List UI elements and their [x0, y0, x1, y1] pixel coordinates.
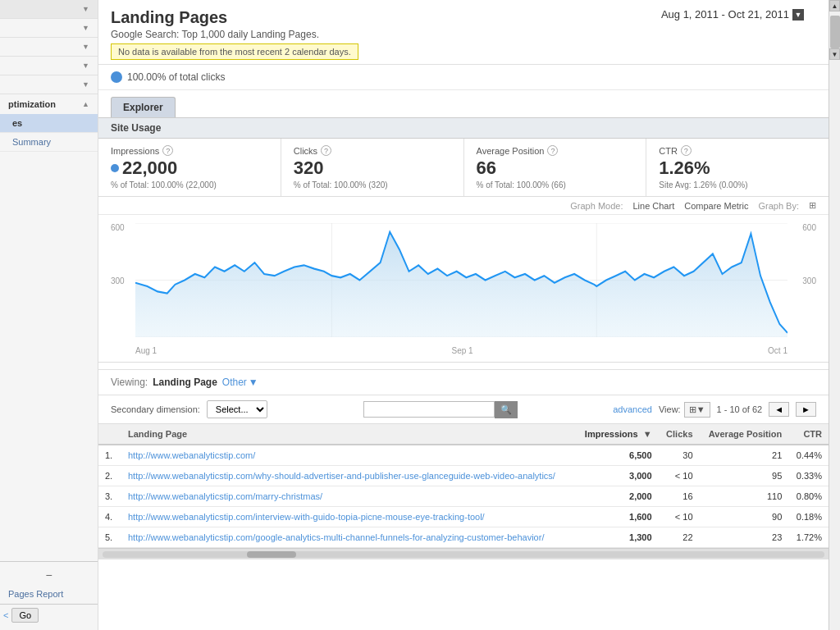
landing-page-link-2[interactable]: http://www.webanalyticstip.com/marry-chr…: [128, 491, 322, 501]
graph-by-icon[interactable]: ⊞: [809, 200, 816, 211]
table-row: 2. http://www.webanalyticstip.com/why-sh…: [98, 466, 829, 486]
row-ctr-0: 0.44%: [788, 445, 829, 466]
x-label-2: Oct 1: [768, 346, 788, 355]
percent-text: 100.00% of total clicks: [127, 71, 225, 83]
graph-mode-label: Graph Mode:: [570, 201, 623, 211]
advanced-link[interactable]: advanced: [613, 404, 652, 414]
metric-cell-3: CTR ? 1.26% Site Avg: 1.26% (0.00%): [646, 139, 829, 196]
landing-page-link-0[interactable]: http://www.webanalyticstip.com/: [128, 450, 255, 460]
row-url-3[interactable]: http://www.webanalyticstip.com/interview…: [121, 507, 576, 527]
scrollbar-down-btn[interactable]: ▼: [829, 48, 840, 60]
table-row: 1. http://www.webanalyticstip.com/ 6,500…: [98, 445, 829, 466]
landing-page-link-1[interactable]: http://www.webanalyticstip.com/why-shoul…: [128, 471, 555, 481]
chevron-up-icon: ▲: [82, 100, 89, 108]
metric-sub-2: % of Total: 100.00% (66): [477, 180, 634, 189]
main-scrollbar[interactable]: ▲ ▼: [829, 0, 840, 630]
sidebar-bottom-nav: < Go: [0, 604, 98, 626]
row-ctr-3: 0.18%: [788, 507, 829, 527]
sidebar-optimization-label: ptimization: [8, 99, 56, 109]
col-clicks[interactable]: Clicks: [659, 424, 700, 445]
sidebar-item-5[interactable]: ▼: [0, 75, 98, 94]
metric-cell-1: Clicks ? 320 % of Total: 100.00% (320): [281, 139, 464, 196]
x-label-1: Sep 1: [452, 346, 473, 355]
landing-page-link-3[interactable]: http://www.webanalyticstip.com/interview…: [128, 512, 485, 522]
page-subtitle: Google Search: Top 1,000 daily Landing P…: [111, 29, 816, 40]
secondary-dim-select[interactable]: Select...: [207, 400, 267, 418]
y-right-mid: 300: [802, 276, 816, 285]
bottom-scrollbar[interactable]: [98, 548, 829, 559]
metrics-row: Impressions ? 22,000 % of Total: 100.00%…: [98, 139, 829, 197]
table-row: 5. http://www.webanalyticstip.com/google…: [98, 527, 829, 548]
sidebar-pages-report[interactable]: Pages Report: [0, 584, 98, 604]
prev-page-btn[interactable]: ◄: [769, 402, 789, 417]
go-button[interactable]: Go: [11, 608, 39, 623]
row-ctr-2: 0.80%: [788, 486, 829, 507]
data-table: Landing Page Impressions ▼ Clicks Averag…: [98, 424, 829, 548]
table-header-row: Landing Page Impressions ▼ Clicks Averag…: [98, 424, 829, 445]
graph-mode-value[interactable]: Line Chart: [632, 201, 674, 211]
site-usage-header: Site Usage: [98, 118, 829, 139]
landing-page-link-4[interactable]: http://www.webanalyticstip.com/google-an…: [128, 532, 544, 542]
warning-banner: No data is available from the most recen…: [111, 43, 358, 60]
chart-area: 600 300: [98, 215, 829, 363]
search-button[interactable]: 🔍: [495, 401, 518, 418]
row-impressions-0: 6,500: [576, 445, 659, 466]
scrollbar-up-btn[interactable]: ▲: [829, 0, 840, 11]
sidebar-item-2[interactable]: ▼: [0, 19, 98, 38]
collapse-icon[interactable]: −: [45, 568, 52, 582]
col-landing-page[interactable]: Landing Page: [121, 424, 576, 445]
nav-left-icon[interactable]: <: [3, 610, 8, 620]
row-impressions-4: 1,300: [576, 527, 659, 548]
metric-value-1: 320: [294, 158, 451, 179]
col-avg-pos[interactable]: Average Position: [700, 424, 789, 445]
metric-sub-0: % of Total: 100.00% (22,000): [111, 180, 268, 189]
row-ctr-4: 1.72%: [788, 527, 829, 548]
date-range[interactable]: Aug 1, 2011 - Oct 21, 2011 ▼: [661, 8, 804, 21]
row-url-0[interactable]: http://www.webanalyticstip.com/: [121, 445, 576, 466]
row-url-1[interactable]: http://www.webanalyticstip.com/why-shoul…: [121, 466, 576, 486]
scrollbar-thumb-v[interactable]: [830, 16, 840, 48]
sidebar-item-4[interactable]: ▼: [0, 57, 98, 75]
view-grid-btn[interactable]: ⊞ ▼: [684, 402, 710, 418]
row-impressions-2: 2,000: [576, 486, 659, 507]
scrollbar-track[interactable]: [103, 551, 824, 558]
x-label-0: Aug 1: [135, 346, 157, 355]
sidebar-item-3[interactable]: ▼: [0, 38, 98, 57]
row-ctr-1: 0.33%: [788, 466, 829, 486]
row-clicks-2: 16: [659, 486, 700, 507]
viewing-label: Viewing:: [111, 377, 148, 388]
row-avgpos-4: 23: [700, 527, 789, 548]
tab-other[interactable]: Other ▼: [222, 377, 258, 388]
date-range-dropdown[interactable]: ▼: [792, 9, 804, 21]
row-url-2[interactable]: http://www.webanalyticstip.com/marry-chr…: [121, 486, 576, 507]
metric-help-icon-2[interactable]: ?: [547, 145, 558, 156]
metric-help-icon-1[interactable]: ?: [321, 145, 331, 156]
scrollbar-thumb[interactable]: [247, 551, 296, 558]
sidebar-item-1[interactable]: ▼: [0, 0, 98, 19]
tab-landing-page[interactable]: Landing Page: [153, 377, 217, 388]
search-box-wrap: 🔍: [274, 401, 606, 418]
graph-controls: Graph Mode: Line Chart Compare Metric Gr…: [98, 197, 829, 215]
row-avgpos-3: 90: [700, 507, 789, 527]
row-url-4[interactable]: http://www.webanalyticstip.com/google-an…: [121, 527, 576, 548]
sidebar-landing-pages[interactable]: es: [0, 114, 98, 133]
col-ctr[interactable]: CTR: [788, 424, 829, 445]
grid-icon: ⊞: [689, 404, 696, 415]
metric-help-icon-3[interactable]: ?: [681, 145, 692, 156]
next-page-btn[interactable]: ►: [796, 402, 816, 417]
chart-y-labels: 600 300: [111, 223, 125, 329]
tab-explorer[interactable]: Explorer: [111, 97, 176, 117]
metric-help-icon-0[interactable]: ?: [162, 145, 173, 156]
sidebar-summary[interactable]: Summary: [0, 133, 98, 152]
search-input[interactable]: [363, 401, 495, 418]
sidebar-optimization[interactable]: ptimization ▲: [0, 94, 98, 114]
row-num-0: 1.: [98, 445, 121, 466]
y-right-top: 600: [802, 223, 816, 232]
main-header: Landing Pages Google Search: Top 1,000 d…: [98, 0, 829, 65]
col-impressions[interactable]: Impressions ▼: [576, 424, 659, 445]
table-row: 3. http://www.webanalyticstip.com/marry-…: [98, 486, 829, 507]
compare-metric-btn[interactable]: Compare Metric: [684, 201, 748, 211]
pagination-info: 1 - 10 of 62: [717, 404, 763, 414]
metric-value-3: 1.26%: [659, 158, 816, 179]
graph-by-label: Graph By:: [758, 201, 799, 211]
